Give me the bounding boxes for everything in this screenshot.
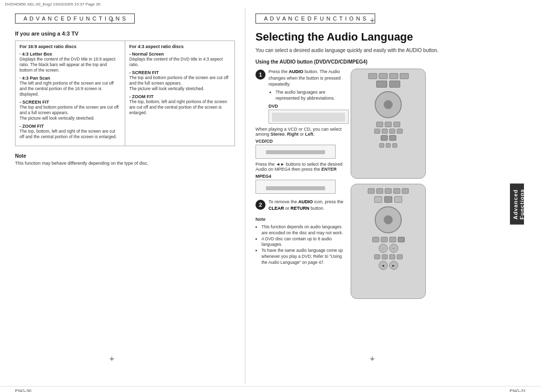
vcdcd-screen [255,145,336,159]
remote2-row5 [374,254,403,259]
steps-main: 1 Press the AUDIO button. The Audio chan… [255,69,516,299]
aspect-col-16-9: For 16:9 aspect ratio discs · 4:3 Letter… [16,41,125,146]
r2btn14 [382,254,388,259]
rbtn1 [368,73,377,79]
vcdcd-section: When playing a VCD or CD, you can select… [255,127,346,159]
rbtn16 [379,143,384,148]
r2btn1 [368,188,375,194]
r2btn8 [394,196,402,203]
right-note-title: Note [255,216,346,223]
right-sidebar-tab: AdvancedFunctions [510,184,524,225]
step2-number: 2 [255,200,265,210]
right-section-header: A D V A N C E D F U N C T I O N S [255,14,375,24]
item-normal-screen: - Normal Screen Displays the content of … [129,52,230,68]
step1-header: 1 Press the AUDIO button. The Audio chan… [255,69,346,102]
mpeg4-label: MPEG4 [255,174,346,179]
item-pan-scan: · 4:3 Pan Scan The left and right portio… [20,76,121,97]
dpad [375,91,402,118]
r2btn13 [374,254,380,259]
aspect-col-4-3: For 4:3 aspect ratio discs - Normal Scre… [125,41,234,146]
remote2-row4: - + [379,244,398,253]
remote2-row2 [374,196,402,203]
dvd-screen [268,110,349,124]
item-zoom-fit-2: - ZOOM FIT The top, bottom, left and rig… [129,94,230,116]
col1-title: For 16:9 aspect ratio discs [20,44,121,49]
sub-heading: Using the AUDIO button (DVD/VCD/CD/MPEG4… [255,59,516,65]
item-normalscreen-text: Displays the content of the DVD title in… [129,57,230,68]
item-panscan-text: The left and right portions of the scree… [20,81,121,97]
item-zoomfit2-text: The top, bottom, left and right portions… [129,99,230,116]
item-screenfit2-text: The top and bottom portions of the scree… [129,75,230,92]
rbtn9 [393,122,400,127]
r2btn16 [397,254,403,259]
item-panscan-title: · 4:3 Pan Scan [20,76,121,81]
page-title: Selecting the Audio Language [255,31,516,44]
dpad2 [375,206,402,233]
rbtn13 [397,129,403,134]
rbtn3 [389,73,398,79]
footer: ENG-30 ENG-31 [0,386,541,392]
r2round4: ► [389,261,398,270]
rbtn2 [379,73,388,79]
item-zoomfit2-title: - ZOOM FIT [129,94,230,99]
r2btn5 [402,188,409,194]
vcd-text: When playing a VCD or CD, you can select… [255,127,346,137]
rbtn17 [386,143,391,148]
left-note-text: This function may behave differently dep… [15,160,235,167]
item-screen-fit-2: - SCREEN FIT The top and bottom portions… [129,70,230,92]
item-zoomfit1-title: - ZOOM FIT [20,124,121,129]
dpad-center [384,100,393,109]
crosshair-bottom-right: + [371,356,379,364]
left-section-title: If you are using a 4:3 TV [15,31,235,37]
item-letterbox-text: Displays the content of the DVD title in… [20,57,121,73]
item-screenfit2-title: - SCREEN FIT [129,70,230,75]
left-page: + A D V A N C E D F U N C T I O N S If y… [0,9,245,384]
page-container: + A D V A N C E D F U N C T I O N S If y… [0,9,541,384]
col2-title: For 4:3 aspect ratio discs [129,44,230,49]
mpeg4-section: Press the ◄► buttons to select the desir… [255,162,346,194]
rbtn14 [381,135,388,141]
item-zoom-fit-1: - ZOOM FIT The top, bottom, left and rig… [20,124,121,140]
instructions-col: 1 Press the AUDIO button. The Audio chan… [255,69,346,299]
rbtn4 [400,73,409,79]
rbtn11 [382,129,388,134]
item-zoomfit1-text: The top, bottom, left and right of the s… [20,129,121,140]
right-note: Note This function depends on audio lang… [255,216,346,266]
footer-left: ENG-30 [15,388,32,392]
r2btn2 [376,188,383,194]
r2round1: - [379,244,388,253]
aspect-ratio-table: For 16:9 aspect ratio discs · 4:3 Letter… [15,41,235,146]
remote-row6 [379,143,397,148]
rbtn18 [392,143,397,148]
r2btn4 [393,188,400,194]
r2btn11 [389,237,396,242]
rbtn7 [376,122,383,127]
item-screenfit1-title: - SCREEN FIT [20,100,121,105]
r2btn9 [372,237,379,242]
r2btn15 [389,254,395,259]
remote2-row6: ◄ ► [379,261,398,270]
step2-content: To remove the AUDIO icon, press the CLEA… [268,199,346,211]
remote2-top [368,188,409,194]
mpeg4-screen [255,180,336,194]
left-note: Note This function may behave differentl… [15,153,235,167]
r2btn7 [384,196,392,203]
rbtn10 [374,129,380,134]
meta-text: DVDHD850 XEL-00_Eng2 23/02/2005 15:37 Pa… [5,2,100,7]
remote-row4 [374,129,403,134]
r2round3: ◄ [379,261,388,270]
r2btn6 [374,196,382,203]
crosshair-top-left: + [110,18,118,26]
remote-step2: - + ◄ ► [351,184,426,299]
right-note-list: This function depends on audio languages… [255,224,346,266]
r2round2: + [389,244,398,253]
remote-row3 [376,122,400,127]
crosshair-bottom-left: + [110,356,118,364]
remote-top-area [368,73,409,79]
intro-text: You can select a desired audio language … [255,48,516,53]
rbtn6 [389,81,400,88]
item-letter-box: · 4:3 Letter Box Displays the content of… [20,52,121,73]
dvd-section: DVD [268,104,346,124]
r2btn10 [381,237,388,242]
top-meta-bar: DVDHD850 XEL-00_Eng2 23/02/2005 15:37 Pa… [0,0,541,9]
